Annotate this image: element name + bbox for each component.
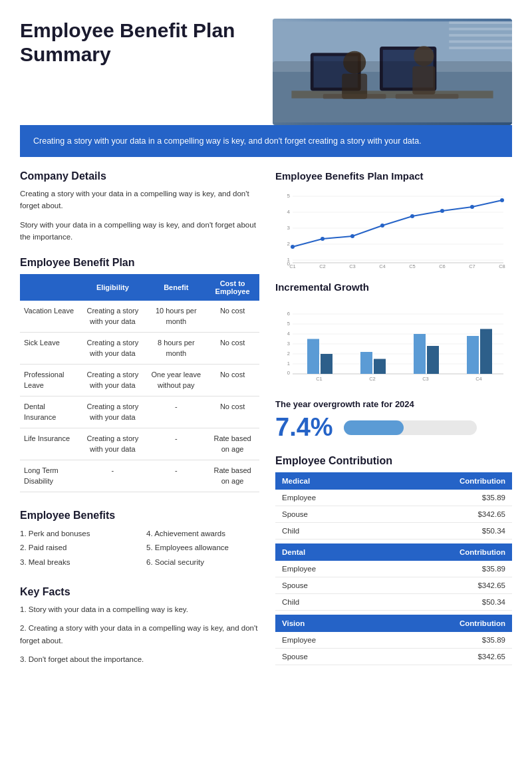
- svg-rect-65: [374, 359, 386, 375]
- col-eligibility: Eligibility: [78, 274, 146, 301]
- contrib-row: Spouse $342.65: [275, 506, 512, 523]
- svg-text:C4: C4: [379, 263, 386, 268]
- line-chart-section: Employee Benefits Plan Impact 5 4 3 2 1 …: [275, 170, 512, 268]
- bar-chart-svg: 6 5 4 3 2 1 0: [275, 299, 512, 386]
- company-details-para2: Story with your data in a compelling way…: [20, 219, 259, 243]
- svg-rect-1: [273, 72, 512, 122]
- vision-contrib-header: Contribution: [380, 615, 512, 632]
- contrib-label: Employee: [275, 632, 380, 649]
- svg-text:3: 3: [287, 225, 291, 231]
- benefits-list-2: 4. Achievement awards5. Employees allowa…: [146, 527, 259, 571]
- contribution-section: Employee Contribution Medical Contributi…: [275, 455, 512, 665]
- svg-rect-11: [323, 94, 386, 99]
- dental-header: Dental: [275, 543, 380, 561]
- svg-rect-4: [314, 56, 358, 87]
- svg-text:C8: C8: [499, 263, 505, 268]
- blue-banner: Creating a story with your data in a com…: [20, 125, 512, 157]
- svg-rect-12: [396, 94, 459, 99]
- row-eligibility: -: [78, 460, 146, 492]
- svg-text:2: 2: [287, 241, 291, 247]
- company-details-para1: Creating a story with your data in a com…: [20, 188, 259, 212]
- svg-point-9: [414, 46, 434, 66]
- svg-rect-67: [480, 329, 492, 375]
- medical-table: Medical Contribution Employee $35.89Spou…: [275, 472, 512, 539]
- svg-text:1: 1: [287, 361, 290, 367]
- line-chart-svg: 5 4 3 2 1 0: [275, 188, 512, 268]
- company-details-title: Company Details: [20, 170, 259, 182]
- row-eligibility: Creating a story with your data: [78, 428, 146, 460]
- contribution-title: Employee Contribution: [275, 455, 512, 467]
- svg-text:C7: C7: [469, 263, 475, 268]
- svg-point-32: [350, 234, 354, 238]
- benefit-row: Sick Leave Creating a story with your da…: [20, 332, 259, 364]
- employee-benefits-title: Employee Benefits: [20, 510, 259, 522]
- row-cost: No cost: [205, 364, 259, 396]
- svg-rect-62: [414, 334, 426, 374]
- svg-text:C6: C6: [439, 263, 446, 268]
- benefit-item: 1. Perk and bonuses: [20, 527, 133, 541]
- benefit-row: Vacation Leave Creating a story with you…: [20, 301, 259, 333]
- row-name: Life Insurance: [20, 428, 78, 460]
- contrib-label: Child: [275, 594, 380, 611]
- medical-header: Medical: [275, 472, 380, 490]
- benefit-row: Life Insurance Creating a story with you…: [20, 428, 259, 460]
- svg-text:0: 0: [287, 370, 290, 376]
- bar-chart-section: Incremental Growth 6 5 4 3 2 1 0: [275, 281, 512, 386]
- svg-point-36: [470, 205, 474, 209]
- contrib-value: $35.89: [380, 561, 512, 577]
- svg-rect-2: [291, 90, 493, 98]
- row-name: Vacation Leave: [20, 301, 78, 333]
- svg-text:C1: C1: [316, 376, 323, 382]
- svg-rect-60: [307, 339, 319, 375]
- contrib-row: Spouse $342.65: [275, 577, 512, 594]
- employee-benefits-section: Employee Benefits 1. Perk and bonuses2. …: [20, 510, 259, 571]
- col-benefit: Benefit: [146, 274, 205, 301]
- svg-rect-10: [412, 66, 435, 94]
- row-name: Sick Leave: [20, 332, 78, 364]
- svg-rect-63: [467, 336, 479, 374]
- svg-rect-64: [321, 354, 332, 374]
- overgrowth-value: 7.4%: [275, 413, 333, 442]
- svg-text:3: 3: [287, 341, 290, 347]
- dental-table: Dental Contribution Employee $35.89Spous…: [275, 543, 512, 611]
- svg-point-33: [380, 224, 384, 228]
- medical-contrib-header: Contribution: [380, 472, 512, 490]
- svg-text:4: 4: [287, 209, 291, 215]
- svg-rect-15: [449, 34, 512, 37]
- row-eligibility: Creating a story with your data: [78, 301, 146, 333]
- benefit-row: Dental Insurance Creating a story with y…: [20, 396, 259, 428]
- line-chart: 5 4 3 2 1 0: [275, 188, 512, 268]
- key-fact: 1. Story with your data in a compelling …: [20, 603, 259, 615]
- header-image: [273, 19, 512, 125]
- key-facts-title: Key Facts: [20, 586, 259, 598]
- svg-rect-66: [427, 346, 439, 374]
- svg-text:C1: C1: [289, 263, 296, 268]
- row-cost: Rate based on age: [205, 428, 259, 460]
- contrib-value: $50.34: [380, 594, 512, 611]
- vision-table: Vision Contribution Employee $35.89Spous…: [275, 615, 512, 665]
- contrib-label: Employee: [275, 490, 380, 506]
- contrib-row: Employee $35.89: [275, 632, 512, 649]
- svg-point-30: [291, 245, 295, 249]
- svg-point-37: [500, 198, 504, 202]
- row-eligibility: Creating a story with your data: [78, 332, 146, 364]
- contrib-label: Employee: [275, 561, 380, 577]
- svg-point-35: [440, 209, 444, 213]
- col-name: [20, 274, 78, 301]
- svg-text:C5: C5: [409, 263, 416, 268]
- row-benefit: One year leave without pay: [146, 364, 205, 396]
- company-details-section: Company Details Creating a story with yo…: [20, 170, 259, 243]
- contrib-value: $342.65: [380, 649, 512, 665]
- bar-chart: 6 5 4 3 2 1 0: [275, 299, 512, 386]
- svg-text:C2: C2: [369, 376, 376, 382]
- svg-text:C3: C3: [422, 376, 429, 382]
- row-name: Professional Leave: [20, 364, 78, 396]
- key-fact: 3. Don't forget about the importance.: [20, 653, 259, 665]
- line-chart-title: Employee Benefits Plan Impact: [275, 170, 512, 182]
- benefits-list-1: 1. Perk and bonuses2. Paid raised3. Meal…: [20, 527, 133, 571]
- vision-header: Vision: [275, 615, 380, 632]
- row-name: Long Term Disability: [20, 460, 78, 492]
- bar-chart-title: Incremental Growth: [275, 281, 512, 293]
- row-cost: No cost: [205, 332, 259, 364]
- contrib-label: Spouse: [275, 577, 380, 594]
